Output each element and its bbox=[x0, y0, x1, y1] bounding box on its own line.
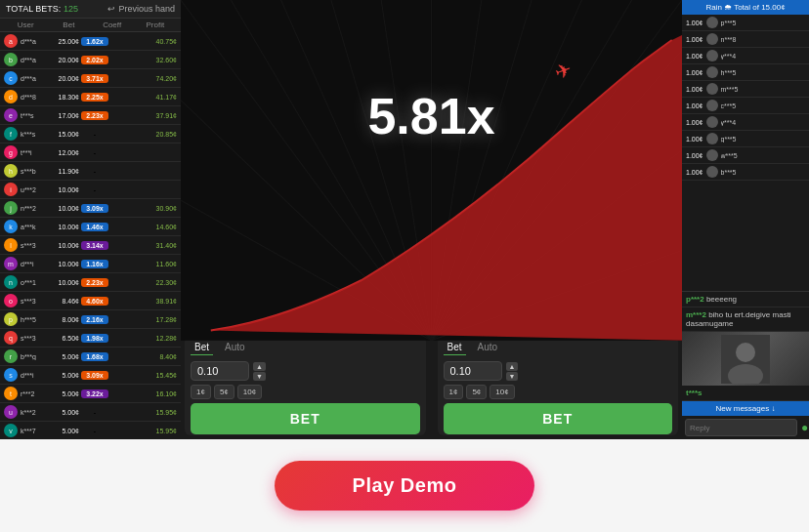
avatar: q bbox=[4, 331, 18, 345]
msg-text-1: beeeeng bbox=[706, 295, 737, 304]
avatar: k bbox=[4, 220, 18, 233]
player-avatar bbox=[706, 149, 718, 161]
bet-amount: 25.00¢ bbox=[45, 38, 79, 45]
bet-button-left[interactable]: BET bbox=[191, 403, 420, 434]
multiplier-badge: 2.02x bbox=[81, 56, 108, 64]
username: t***i bbox=[21, 149, 45, 156]
tab-bet-left[interactable]: Bet bbox=[191, 340, 213, 355]
profit: 8.40¢ bbox=[110, 353, 177, 360]
bet-panel-left-tabs: Bet Auto bbox=[191, 340, 420, 355]
bet-input-left[interactable] bbox=[191, 361, 249, 381]
bet-amount: 10.00¢ bbox=[45, 279, 79, 286]
bet-quick-btns-right: 1¢ 5¢ 10¢ bbox=[444, 385, 673, 399]
divider bbox=[430, 336, 434, 435]
username: s***3 bbox=[21, 242, 45, 249]
avatar: r bbox=[4, 349, 18, 363]
username: d***a bbox=[21, 38, 45, 45]
chat-sidebar: Rain 🌧 Total of 15.00¢ 1.00¢p***51.00¢n*… bbox=[682, 0, 809, 439]
avatar: v bbox=[4, 424, 18, 437]
profit: 12.28¢ bbox=[110, 335, 177, 342]
game-container: TOTAL BETS: 125 ↩ Previous hand User Bet… bbox=[0, 0, 809, 439]
bet-row: uk***25.00¢-15.95¢ bbox=[0, 403, 181, 422]
username: k***s bbox=[21, 131, 45, 138]
player-bet: 1.00¢ bbox=[686, 136, 703, 143]
tab-auto-left[interactable]: Auto bbox=[221, 340, 249, 355]
player-bet: 1.00¢ bbox=[686, 20, 703, 26]
username: h***5 bbox=[21, 316, 45, 323]
new-messages-btn[interactable]: New messages ↓ bbox=[682, 401, 809, 416]
player-name: p***5 bbox=[721, 20, 805, 26]
prev-hand[interactable]: ↩ Previous hand bbox=[107, 4, 175, 14]
step-up-right[interactable]: ▲ bbox=[506, 362, 519, 371]
avatar: j bbox=[4, 201, 18, 215]
bet-panel-left: Bet Auto ▲ ▼ 1¢ 5¢ 10¢ BET bbox=[185, 336, 426, 435]
bet-input-row-right: ▲ ▼ bbox=[444, 361, 673, 381]
quick-1c-right[interactable]: 1¢ bbox=[444, 385, 464, 399]
chat-input[interactable] bbox=[685, 419, 797, 436]
multiplier-badge: 1.68x bbox=[81, 352, 108, 361]
player-bet: 1.00¢ bbox=[686, 152, 703, 159]
bet-row: ka***k10.00¢1.46x14.60¢ bbox=[0, 218, 181, 236]
player-name: h***5 bbox=[721, 69, 805, 76]
player-avatar bbox=[706, 66, 718, 78]
quick-10c-left[interactable]: 10¢ bbox=[237, 385, 262, 399]
avatar: f bbox=[4, 127, 18, 141]
bet-input-right[interactable] bbox=[444, 361, 502, 381]
bet-row: hs***b11.90¢- bbox=[0, 162, 181, 181]
multiplier-display: 5.81x bbox=[367, 87, 494, 145]
player-row: 1.00¢y***4 bbox=[682, 48, 809, 64]
msg-user-1: p***2 bbox=[686, 295, 704, 304]
quick-5c-left[interactable]: 5¢ bbox=[214, 385, 234, 399]
player-avatar bbox=[706, 50, 718, 61]
bet-row: fk***s15.00¢-20.85¢ bbox=[0, 125, 181, 143]
profit: 40.75¢ bbox=[110, 38, 177, 45]
quick-5c-right[interactable]: 5¢ bbox=[466, 385, 487, 399]
player-avatar bbox=[706, 166, 718, 178]
bet-step-btns-left: ▲ ▼ bbox=[253, 362, 266, 381]
bet-amount: 10.00¢ bbox=[45, 261, 79, 267]
bets-columns: User Bet Coeff Profit bbox=[0, 19, 181, 32]
radial-background bbox=[181, 0, 682, 341]
profit: 20.85¢ bbox=[110, 131, 177, 138]
multiplier-badge: - bbox=[81, 408, 108, 417]
username: k***7 bbox=[21, 428, 45, 434]
bet-button-right[interactable]: BET bbox=[444, 403, 673, 434]
play-demo-button[interactable]: Play Demo bbox=[275, 461, 535, 511]
bet-row: md***i10.00¢1.16x11.60¢ bbox=[0, 255, 181, 273]
avatar: c bbox=[4, 71, 18, 85]
tab-bet-right[interactable]: Bet bbox=[444, 340, 466, 355]
bet-row: dd***818.30¢2.25x41.17¢ bbox=[0, 88, 181, 106]
multiplier-badge: - bbox=[81, 130, 108, 139]
player-bet: 1.00¢ bbox=[686, 169, 703, 176]
tab-auto-right[interactable]: Auto bbox=[474, 340, 502, 355]
bet-row: rb***g5.00¢1.68x8.40¢ bbox=[0, 348, 181, 366]
bet-amount: 20.00¢ bbox=[45, 75, 79, 82]
profit: 32.60¢ bbox=[110, 57, 177, 63]
profit: 17.28¢ bbox=[110, 316, 177, 323]
quick-10c-right[interactable]: 10¢ bbox=[490, 385, 514, 399]
step-up-left[interactable]: ▲ bbox=[253, 362, 266, 371]
avatar: u bbox=[4, 405, 18, 419]
bet-amount: 18.30¢ bbox=[45, 94, 79, 101]
profit: 38.91¢ bbox=[110, 298, 177, 305]
bet-row: gt***i12.00¢- bbox=[0, 143, 181, 162]
bet-controls: Bet Auto ▲ ▼ 1¢ 5¢ 10¢ BET bbox=[181, 332, 682, 439]
step-down-left[interactable]: ▼ bbox=[253, 372, 266, 381]
multiplier-badge: 1.46x bbox=[81, 223, 108, 231]
bet-row: cd***a20.00¢3.71x74.20¢ bbox=[0, 69, 181, 88]
main-canvas: ✈ 5.81x Bet Auto ▲ ▼ 1¢ bbox=[181, 0, 682, 439]
player-row: 1.00¢y***4 bbox=[682, 114, 809, 131]
step-down-right[interactable]: ▼ bbox=[506, 372, 519, 381]
player-row: 1.00¢c***5 bbox=[682, 98, 809, 114]
bet-row: ls***310.00¢3.14x31.40¢ bbox=[0, 236, 181, 255]
player-name: y***4 bbox=[721, 53, 805, 60]
bet-row: vk***75.00¢-15.95¢ bbox=[0, 422, 181, 439]
quick-1c-left[interactable]: 1¢ bbox=[191, 385, 211, 399]
avatar: t bbox=[4, 387, 18, 400]
profit: 74.20¢ bbox=[110, 75, 177, 82]
multiplier-badge: 3.14x bbox=[81, 241, 108, 250]
send-icon[interactable]: ● bbox=[799, 419, 809, 436]
canvas-area: ✈ 5.81x bbox=[181, 0, 682, 332]
multiplier-badge: 2.23x bbox=[81, 111, 108, 120]
avatar: b bbox=[4, 53, 18, 66]
